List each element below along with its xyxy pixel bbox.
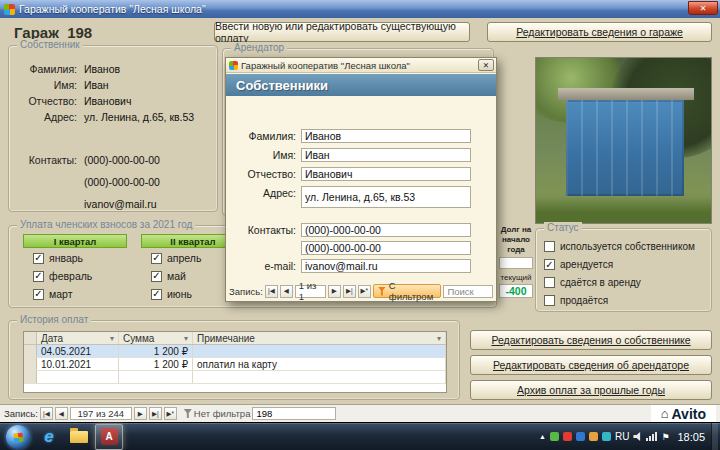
month-label: апрель [167,252,201,264]
taskbar-clock[interactable]: 18:05 [677,431,705,443]
first-record-button[interactable]: |◀ [40,407,53,420]
month-label: март [49,288,72,300]
volume-icon[interactable] [633,432,642,441]
month-checkbox-january[interactable]: ✓ [33,253,44,264]
tray-icon[interactable] [589,432,598,441]
previous-record-button[interactable]: ◀ [55,407,68,420]
column-header-date[interactable]: Дата▾ [37,332,119,344]
tray-icon[interactable] [563,432,572,441]
dialog-field-label: Контакты: [226,223,296,236]
row-selector [24,332,37,344]
month-checkbox-april[interactable]: ✓ [151,253,162,264]
show-desktop-button[interactable] [711,423,718,450]
taskbar-explorer-button[interactable] [65,424,93,450]
history-row[interactable]: 10.01.2021 1 200 ₽ оплатил на карту [24,358,446,371]
month-checkbox-may[interactable]: ✓ [151,271,162,282]
record-position[interactable]: 1 из 1 [295,285,326,298]
next-record-button[interactable]: ▶ [328,285,341,298]
language-indicator[interactable]: RU [615,431,629,442]
owner-middlename[interactable]: Иванович [84,95,131,107]
system-tray: ▲ RU ⚑ 18:05 [539,431,711,443]
avito-watermark: ⌂ Avito [651,405,716,422]
cell-sum[interactable]: 1 200 ₽ [119,358,193,370]
record-label: Запись: [4,408,38,419]
row-selector[interactable] [24,358,37,370]
tray-icon[interactable] [550,432,559,441]
dialog-phone-2-field[interactable] [301,241,471,255]
dialog-titlebar[interactable]: Гаражный кооператив "Лесная школа" [226,58,496,73]
dialog-field-label: Отчество: [226,167,296,180]
tray-expand-icon[interactable]: ▲ [539,433,546,440]
window-close-button[interactable]: ✕ [688,1,718,15]
column-header-sum[interactable]: Сумма▾ [119,332,193,344]
debt-start-value [499,257,533,269]
main-form: Гараж 198 Ввести новую или редактировать… [0,18,720,422]
dialog-middlename-field[interactable] [301,167,471,181]
dialog-lastname-field[interactable] [301,129,471,143]
filter-status[interactable]: Нет фильтра [194,408,251,419]
payment-button[interactable]: Ввести новую или редактировать существую… [214,22,470,42]
status-checkbox-for-rent[interactable] [544,277,555,288]
dialog-email-field[interactable] [301,259,471,273]
cell-note[interactable]: оплатил на карту [193,358,446,370]
last-record-button[interactable]: ▶| [343,285,356,298]
cell-date[interactable]: 04.05.2021 [37,345,119,357]
new-record-button[interactable]: ▶* [164,407,177,420]
dialog-address-field[interactable] [301,186,471,208]
owner-group-label: Собственник [17,39,83,50]
payments-archive-button[interactable]: Архив оплат за прошлые годы [470,380,712,400]
sort-arrow-icon[interactable]: ▾ [437,334,441,343]
status-label: используется собственником [560,241,695,252]
owner-phone-2[interactable]: (000)-000-00-00 [84,176,160,188]
action-center-icon[interactable]: ⚑ [661,432,669,442]
row-selector[interactable] [24,345,37,357]
previous-record-button[interactable]: ◀ [280,285,293,298]
history-empty-row [24,371,446,384]
month-checkbox-march[interactable]: ✓ [33,289,44,300]
status-checkbox-for-sale[interactable] [544,295,555,306]
tray-icon[interactable] [602,432,611,441]
history-row[interactable]: 04.05.2021 1 200 ₽ [24,345,446,358]
status-checkbox-rented[interactable]: ✓ [544,259,555,270]
owner-address[interactable]: ул. Ленина, д.65, кв.53 [84,111,216,123]
network-icon[interactable] [646,432,657,441]
cell-date[interactable]: 10.01.2021 [37,358,119,370]
internet-explorer-icon: e [44,427,53,447]
next-record-button[interactable]: ▶ [134,407,147,420]
owner-phone-1[interactable]: (000)-000-00-00 [84,154,160,166]
column-header-note[interactable]: Примечание▾ [193,332,446,344]
avito-brand: Avito [672,406,706,422]
start-button[interactable] [6,425,30,449]
tray-icon[interactable] [576,432,585,441]
record-position[interactable]: 197 из 244 [70,407,132,420]
dialog-firstname-field[interactable] [301,148,471,162]
cell-note[interactable] [193,345,446,357]
taskbar-access-button[interactable]: A [95,424,123,450]
dialog-search-input[interactable]: Поиск [443,285,493,298]
new-record-button[interactable]: ▶* [358,285,371,298]
owners-dialog: Гаражный кооператив "Лесная школа" ✕ Соб… [225,57,497,302]
filter-toggle[interactable]: С фильтром [373,284,442,298]
first-record-button[interactable]: |◀ [265,285,278,298]
owner-firstname[interactable]: Иван [84,79,109,91]
status-group: Статус используется собственником ✓аренд… [535,228,712,312]
edit-owner-button[interactable]: Редактировать сведения о собственнике [470,330,712,350]
sort-arrow-icon[interactable]: ▾ [184,334,188,343]
window-titlebar[interactable]: Гаражный кооператив "Лесная школа" [0,0,720,18]
sort-arrow-icon[interactable]: ▾ [110,334,114,343]
owner-email[interactable]: ivanov@mail.ru [84,198,157,210]
dialog-close-button[interactable]: ✕ [478,59,494,71]
month-checkbox-june[interactable]: ✓ [151,289,162,300]
search-input[interactable] [252,407,336,420]
status-label: продаётся [560,295,608,306]
cell-sum[interactable]: 1 200 ₽ [119,345,193,357]
edit-tenant-button[interactable]: Редактировать сведения об арендаторе [470,355,712,375]
edit-garage-button[interactable]: Редактировать сведения о гараже [487,22,712,42]
month-checkbox-february[interactable]: ✓ [33,271,44,282]
screen: Гаражный кооператив "Лесная школа" ✕ Гар… [0,0,720,450]
owner-lastname[interactable]: Иванов [84,63,120,75]
last-record-button[interactable]: ▶| [149,407,162,420]
dialog-phone-1-field[interactable] [301,223,471,237]
taskbar-ie-button[interactable]: e [35,424,63,450]
status-checkbox-owner-used[interactable] [544,241,555,252]
